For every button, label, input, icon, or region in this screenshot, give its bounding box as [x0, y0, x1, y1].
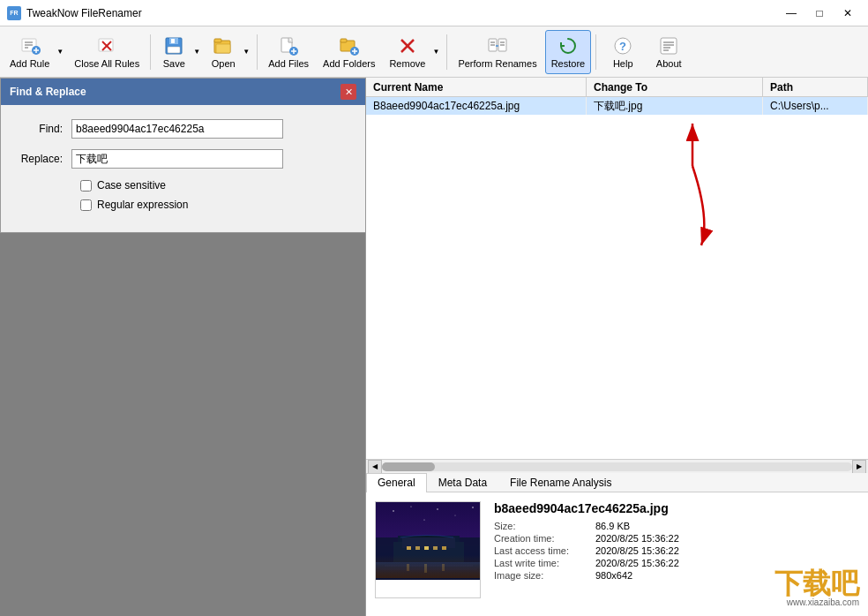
minimize-button[interactable]: —: [778, 4, 804, 23]
dialog-content: Find: Replace: Case sensitive Regular ex…: [1, 105, 365, 232]
col-change-to: Change To: [587, 78, 763, 96]
svg-point-43: [393, 510, 394, 512]
find-replace-dialog: Find & Replace ✕ Find: Replace: Case sen…: [0, 78, 366, 233]
right-panel: Current Name Change To Path B8aeed9904ac…: [366, 78, 868, 616]
svg-rect-56: [433, 546, 438, 550]
creation-label: Creation time:: [494, 533, 595, 544]
main-layout: Find & Replace ✕ Find: Replace: Case sen…: [0, 78, 868, 616]
last-access-value: 2020/8/25 15:36:22: [595, 545, 679, 556]
open-dropdown[interactable]: ▼: [241, 31, 251, 73]
restore-label: Restore: [551, 58, 586, 69]
tab-meta-data[interactable]: Meta Data: [427, 473, 498, 492]
scroll-track[interactable]: [382, 462, 852, 471]
close-button[interactable]: ✕: [834, 4, 861, 23]
svg-rect-54: [415, 546, 420, 550]
creation-value: 2020/8/25 15:36:22: [595, 533, 679, 544]
svg-text:?: ?: [619, 40, 626, 53]
close-all-rules-button[interactable]: Close All Rules: [68, 30, 146, 74]
find-row: Find:: [19, 119, 348, 139]
restore-icon: [557, 35, 579, 56]
tab-file-rename-analysis[interactable]: File Rename Analysis: [498, 473, 623, 492]
col-path: Path: [763, 78, 868, 96]
remove-dropdown[interactable]: ▼: [430, 31, 441, 73]
add-rule-button[interactable]: Add Rule: [4, 31, 55, 73]
save-btn-group[interactable]: Save ▼: [155, 30, 203, 74]
svg-point-45: [437, 508, 438, 509]
watermark-en: www.xiazaiba.com: [787, 597, 859, 607]
toolbar: Add Rule ▼ Close All Rules: [0, 26, 868, 78]
add-rule-dropdown[interactable]: ▼: [55, 31, 65, 73]
perform-renames-icon: [487, 35, 508, 56]
svg-rect-57: [442, 546, 446, 550]
replace-input[interactable]: [71, 149, 283, 169]
svg-rect-53: [407, 546, 411, 550]
svg-rect-12: [171, 39, 175, 43]
add-folders-label: Add Folders: [323, 58, 375, 69]
separator-4: [595, 34, 596, 70]
restore-button[interactable]: Restore: [545, 30, 592, 74]
last-write-label: Last write time:: [494, 558, 595, 568]
file-current-name: B8aeed9904ac17ec46225a.jpg: [366, 97, 587, 115]
save-button[interactable]: Save: [156, 31, 191, 73]
find-input[interactable]: [71, 119, 283, 139]
app-icon: FR: [7, 6, 21, 20]
app-title: TweakNow FileRenamer: [26, 7, 142, 19]
dialog-header: Find & Replace ✕: [1, 79, 365, 105]
dialog-close-button[interactable]: ✕: [340, 84, 356, 100]
open-icon: [213, 35, 234, 56]
svg-point-46: [455, 515, 456, 516]
scroll-right-button[interactable]: ▶: [852, 460, 866, 474]
image-size-label: Image size:: [494, 570, 595, 581]
svg-rect-62: [424, 564, 427, 573]
about-label: About: [656, 58, 682, 69]
help-button[interactable]: ? Help: [601, 30, 645, 74]
perform-renames-label: Perform Renames: [458, 58, 536, 69]
last-access-label: Last access time:: [494, 545, 595, 556]
case-sensitive-checkbox[interactable]: [80, 180, 92, 192]
close-all-rules-label: Close All Rules: [74, 58, 139, 69]
add-files-button[interactable]: Add Files: [262, 30, 315, 74]
replace-label: Replace:: [19, 153, 71, 165]
remove-label: Remove: [389, 58, 425, 69]
add-rule-btn-group[interactable]: Add Rule ▼: [4, 30, 66, 74]
help-icon: ?: [612, 35, 633, 56]
image-size-value: 980x642: [595, 570, 632, 581]
svg-rect-61: [407, 564, 409, 571]
tab-general[interactable]: General: [366, 473, 427, 492]
watermark: 下载吧 www.xiazaiba.com: [774, 569, 859, 607]
window-controls: — □ ✕: [778, 4, 861, 23]
svg-rect-55: [424, 546, 429, 550]
col-current-name: Current Name: [366, 78, 587, 96]
file-thumbnail: [375, 501, 481, 598]
case-sensitive-row: Case sensitive: [19, 179, 348, 192]
regex-checkbox[interactable]: [80, 199, 92, 211]
perform-renames-button[interactable]: Perform Renames: [452, 30, 542, 74]
dialog-title: Find & Replace: [10, 86, 86, 98]
save-dropdown[interactable]: ▼: [191, 31, 202, 73]
details-creation-row: Creation time: 2020/8/25 15:36:22: [494, 533, 859, 544]
remove-button[interactable]: Remove: [384, 31, 430, 73]
add-rule-icon: [19, 35, 41, 56]
about-button[interactable]: About: [647, 30, 691, 74]
maximize-button[interactable]: □: [806, 4, 833, 23]
remove-btn-group[interactable]: Remove ▼: [383, 30, 442, 74]
details-size-row: Size: 86.9 KB: [494, 521, 859, 531]
left-panel: Find & Replace ✕ Find: Replace: Case sen…: [0, 78, 366, 616]
file-list-header: Current Name Change To Path: [366, 78, 868, 97]
table-row[interactable]: B8aeed9904ac17ec46225a.jpg 下载吧.jpg C:\Us…: [366, 97, 868, 115]
separator-1: [150, 34, 151, 70]
replace-row: Replace:: [19, 149, 348, 169]
scroll-thumb[interactable]: [382, 462, 435, 471]
watermark-cn: 下载吧: [774, 569, 859, 597]
open-button[interactable]: Open: [206, 31, 241, 73]
add-folders-button[interactable]: Add Folders: [317, 30, 381, 74]
svg-rect-15: [214, 39, 221, 42]
help-label: Help: [613, 58, 633, 69]
add-files-icon: [278, 35, 299, 56]
regex-label: Regular expression: [97, 199, 188, 211]
file-change-to: 下载吧.jpg: [587, 97, 763, 115]
open-btn-group[interactable]: Open ▼: [205, 30, 252, 74]
horizontal-scrollbar[interactable]: ◀ ▶: [366, 459, 868, 473]
thumbnail-white-area: [376, 578, 480, 597]
scroll-left-button[interactable]: ◀: [368, 460, 382, 474]
